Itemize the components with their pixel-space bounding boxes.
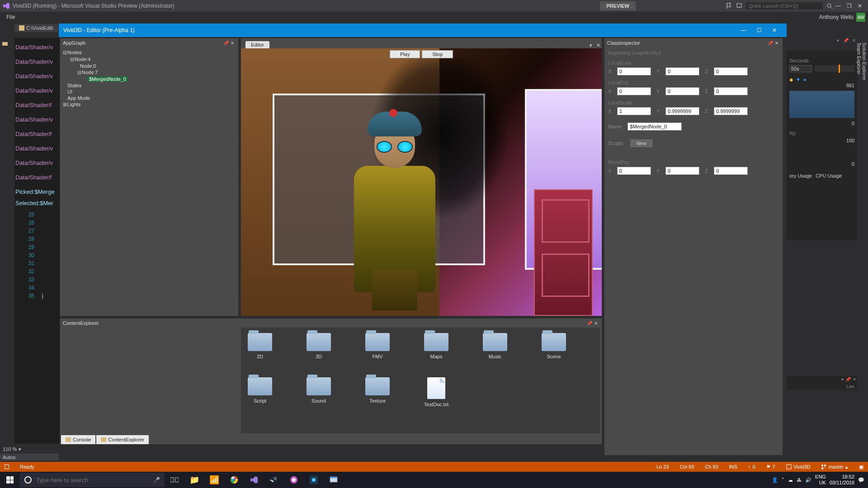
pos-z-input[interactable] bbox=[714, 87, 748, 95]
tree-node[interactable]: App Mode bbox=[62, 95, 236, 101]
tree-node[interactable]: ⊟Node:4 bbox=[62, 56, 236, 63]
content-tree[interactable] bbox=[60, 328, 239, 444]
start-button[interactable] bbox=[0, 472, 20, 488]
task-view-icon[interactable] bbox=[165, 472, 184, 488]
tree-node[interactable]: UI bbox=[62, 89, 236, 95]
user-avatar[interactable]: AW bbox=[856, 13, 865, 22]
tab-console[interactable]: Console bbox=[61, 435, 95, 444]
tree-node[interactable]: ⊟Nodes bbox=[62, 49, 236, 56]
tray-clock[interactable]: 18:52 03/11/2018 bbox=[830, 474, 854, 486]
notification-icon[interactable] bbox=[736, 3, 742, 9]
tab-solution-explorer[interactable]: Solution Explorer bbox=[862, 42, 867, 462]
tray-language[interactable]: ENG UK bbox=[815, 474, 826, 486]
visual-studio-icon[interactable] bbox=[244, 472, 264, 488]
diag-time-input[interactable] bbox=[789, 65, 812, 72]
steam-icon[interactable] bbox=[264, 472, 284, 488]
pos-x-input[interactable] bbox=[617, 87, 651, 95]
folder-item[interactable]: Scene bbox=[540, 333, 567, 359]
scale-z-input[interactable] bbox=[714, 107, 748, 115]
tray-volume-icon[interactable]: 🔊 bbox=[805, 477, 811, 483]
flag-icon[interactable] bbox=[726, 3, 732, 9]
tab-memory-usage[interactable]: ory Usage bbox=[789, 173, 812, 178]
app-close-button[interactable]: ✕ bbox=[767, 24, 782, 37]
file-item[interactable]: TestDoc.txt bbox=[423, 377, 450, 407]
vs-minimize-button[interactable]: — bbox=[833, 1, 844, 10]
tray-onedrive-icon[interactable]: ☁ bbox=[788, 477, 793, 483]
pin-icon[interactable]: 📌 bbox=[845, 377, 851, 382]
stop-button[interactable]: Stop bbox=[422, 50, 453, 58]
tree-node-selected[interactable]: $MergedNode_0 bbox=[62, 76, 236, 82]
tray-people-icon[interactable]: 👤 bbox=[772, 477, 778, 483]
close-icon[interactable]: ✕ bbox=[593, 320, 599, 326]
status-branch[interactable]: master▴ bbox=[821, 464, 848, 470]
document-tab[interactable]: C:\VividEdit\ bbox=[14, 24, 58, 32]
tree-node[interactable]: ⊟Node:7 bbox=[62, 69, 236, 76]
mic-icon[interactable]: 🎤 bbox=[153, 477, 160, 483]
menu-file[interactable]: File bbox=[3, 13, 19, 21]
status-pending[interactable]: ⚑7 bbox=[766, 464, 775, 470]
close-icon[interactable]: ✕ bbox=[229, 40, 236, 46]
tab-cpu-usage[interactable]: CPU Usage bbox=[816, 173, 842, 178]
zoom-selector[interactable]: 110 % ▾ bbox=[0, 445, 59, 454]
pin-icon[interactable]: 📌 bbox=[586, 320, 593, 326]
pin-icon[interactable]: 📌 bbox=[843, 38, 849, 44]
worldpos-x-input[interactable] bbox=[617, 167, 651, 175]
worldpos-z-input[interactable] bbox=[714, 167, 748, 175]
vs-close-button[interactable]: ✕ bbox=[854, 1, 865, 10]
chrome-icon[interactable] bbox=[224, 472, 244, 488]
tree-node[interactable]: ⊞Lights bbox=[62, 101, 236, 108]
viewport-minimize-icon[interactable]: ▾ bbox=[587, 42, 594, 48]
new-script-button[interactable]: New bbox=[630, 139, 653, 148]
diag-dropdown-icon[interactable]: ▾ bbox=[841, 377, 844, 382]
folder-item[interactable]: FMV bbox=[364, 333, 391, 359]
pin-icon[interactable]: 📌 bbox=[767, 40, 774, 46]
app-minimize-button[interactable]: — bbox=[736, 24, 751, 37]
eular-z-input[interactable] bbox=[714, 67, 748, 75]
folder-item[interactable]: 2D bbox=[246, 333, 274, 359]
file-explorer-icon[interactable]: 📁 bbox=[184, 472, 204, 488]
breakpoint-icon[interactable] bbox=[2, 41, 13, 47]
eular-y-input[interactable] bbox=[665, 67, 699, 75]
status-project[interactable]: Vivid3D bbox=[786, 464, 811, 469]
pos-y-input[interactable] bbox=[665, 87, 699, 95]
eular-x-input[interactable] bbox=[617, 67, 651, 75]
folder-item[interactable]: Sound bbox=[305, 377, 332, 407]
rss-icon[interactable]: 📶 bbox=[204, 472, 224, 488]
status-publish[interactable]: ↑0 bbox=[748, 464, 755, 469]
close-icon[interactable]: ✕ bbox=[853, 377, 856, 382]
quick-launch-input[interactable] bbox=[746, 2, 823, 9]
close-icon[interactable]: ✕ bbox=[774, 40, 780, 46]
tab-contentexplorer[interactable]: ContentExplorer bbox=[96, 435, 149, 444]
folder-item[interactable]: 3D bbox=[305, 333, 332, 359]
status-feedback-icon[interactable]: ▣ bbox=[859, 464, 863, 470]
viewport-close-icon[interactable]: ✕ bbox=[594, 42, 602, 48]
folder-item[interactable]: Music bbox=[481, 333, 509, 359]
tray-notifications-icon[interactable]: 💬 bbox=[858, 477, 864, 483]
app-icon[interactable] bbox=[324, 472, 344, 488]
editor-tab[interactable]: Editor bbox=[245, 41, 269, 48]
tree-node[interactable]: Node:0 bbox=[62, 63, 236, 69]
folder-item[interactable]: Texture bbox=[364, 377, 391, 407]
scale-y-input[interactable] bbox=[665, 107, 699, 115]
app-maximize-button[interactable]: ☐ bbox=[751, 24, 767, 37]
viewport-3d[interactable]: Play Stop bbox=[241, 48, 602, 316]
vs-maximize-button[interactable]: ❐ bbox=[844, 1, 854, 10]
play-button[interactable]: Play bbox=[390, 50, 420, 58]
name-input[interactable] bbox=[627, 122, 682, 131]
user-name[interactable]: Anthony Wells bbox=[819, 14, 854, 20]
folder-item[interactable]: Maps bbox=[423, 333, 450, 359]
app-icon[interactable] bbox=[284, 472, 304, 488]
worldpos-y-input[interactable] bbox=[665, 167, 699, 175]
tree-node[interactable]: States bbox=[62, 82, 236, 89]
tab-team-explorer[interactable]: Team Explorer bbox=[856, 42, 862, 471]
tray-chevron-icon[interactable]: ˄ bbox=[782, 477, 784, 483]
search-icon[interactable] bbox=[826, 3, 833, 9]
folder-item[interactable]: Script bbox=[246, 377, 274, 407]
app-icon[interactable] bbox=[304, 472, 324, 488]
taskbar-search-input[interactable] bbox=[36, 477, 149, 483]
taskbar-search[interactable]: 🎤 bbox=[20, 473, 165, 487]
preview-button[interactable]: PREVIEW bbox=[600, 1, 636, 10]
pin-icon[interactable]: 📌 bbox=[223, 40, 229, 46]
scale-x-input[interactable] bbox=[617, 107, 651, 115]
diag-dropdown-icon[interactable]: ▾ bbox=[835, 38, 841, 44]
